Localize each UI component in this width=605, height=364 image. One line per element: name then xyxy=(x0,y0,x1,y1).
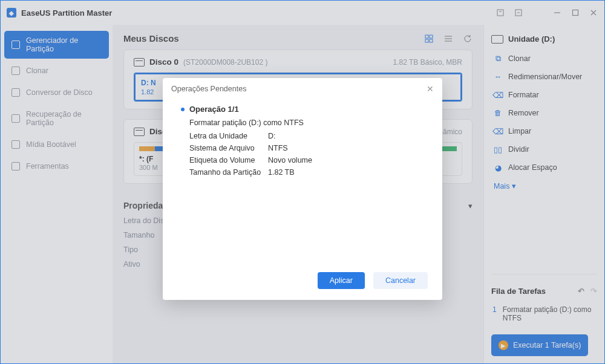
cancel-button[interactable]: Cancelar xyxy=(373,272,428,289)
op-key: Etiqueta do Volume xyxy=(189,156,268,164)
apply-button[interactable]: Aplicar xyxy=(318,272,365,289)
op-value: Novo volume xyxy=(268,156,424,164)
op-key: Tamanho da Partição xyxy=(189,168,268,177)
op-value: D: xyxy=(268,132,424,140)
modal-close-icon[interactable]: ✕ xyxy=(427,84,434,94)
op-value: NTFS xyxy=(268,144,424,152)
operation-title: Operação 1/1 xyxy=(181,105,424,114)
modal-overlay: Operações Pendentes ✕ Operação 1/1 Forma… xyxy=(1,1,604,363)
modal-title: Operações Pendentes xyxy=(171,85,246,93)
operation-description: Formatar patição (D:) como NTFS xyxy=(189,119,424,127)
pending-operations-modal: Operações Pendentes ✕ Operação 1/1 Forma… xyxy=(163,78,442,300)
op-value: 1.82 TB xyxy=(268,168,424,177)
op-key: Letra da Unidade xyxy=(189,132,268,140)
op-key: Sistema de Arquivo xyxy=(189,144,268,152)
